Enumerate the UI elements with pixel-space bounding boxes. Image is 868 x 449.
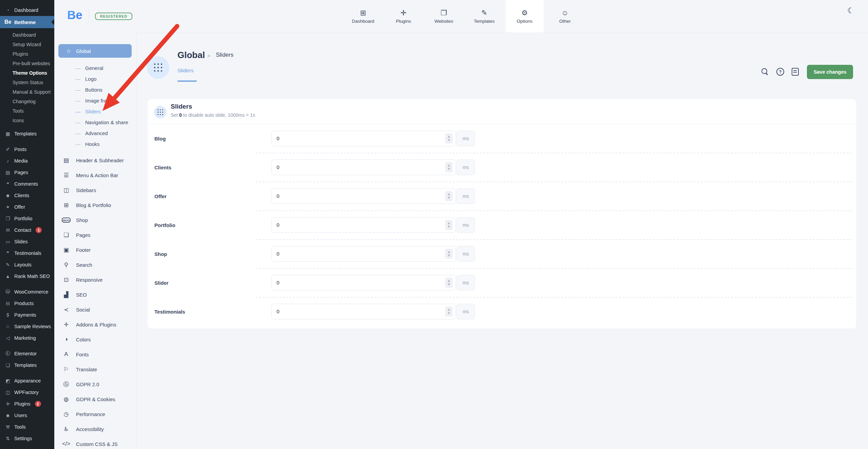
betheme-submenu-item[interactable]: Manual & Support	[0, 87, 54, 97]
betheme-submenu-item[interactable]: System Status	[0, 78, 54, 87]
theme-sub-item[interactable]: — General	[54, 62, 136, 73]
stepper-control[interactable]: ˄ ˅	[445, 191, 453, 201]
betheme-submenu-item[interactable]: Theme Options	[0, 68, 54, 78]
betheme-submenu-item[interactable]: Tools	[0, 106, 54, 116]
admin-item-clients[interactable]: ☻ Clients	[0, 190, 54, 201]
panel-drag-handle[interactable]	[154, 106, 167, 118]
admin-item-tools[interactable]: ⚒ Tools	[0, 421, 54, 433]
stepper-control[interactable]: ˄ ˅	[445, 278, 453, 288]
admin-item-rank-math-seo[interactable]: ▲ Rank Math SEO	[0, 270, 54, 282]
theme-item-header-subheader[interactable]: ▤ Header & Subheader	[54, 153, 136, 168]
admin-item-contact[interactable]: ✉ Contact 1	[0, 224, 54, 236]
theme-item-fonts[interactable]: A Fonts	[54, 347, 136, 362]
theme-sub-item[interactable]: — Sliders	[54, 106, 136, 117]
betheme-submenu-item[interactable]: Changelog	[0, 97, 54, 106]
admin-item-betheme[interactable]: Be Betheme	[0, 16, 54, 28]
theme-sub-item[interactable]: — Logo	[54, 73, 136, 84]
theme-item-addons-plugins[interactable]: ✛ Addons & Plugins	[54, 317, 136, 332]
admin-item-portfolio[interactable]: ❒ Portfolio	[0, 213, 54, 224]
stepper-control[interactable]: ˄ ˅	[445, 306, 453, 317]
notes-icon[interactable]	[792, 68, 799, 76]
admin-item-testimonials[interactable]: ❞ Testimonials	[0, 247, 54, 259]
nav-tab-templates[interactable]: ✎ Templates	[465, 0, 503, 33]
theme-item-shop[interactable]: WOO Shop	[54, 212, 136, 227]
number-input[interactable]	[271, 188, 456, 204]
theme-sub-item[interactable]: — Hooks	[54, 138, 136, 149]
theme-item-gdpr-2[interactable]: Ⓖ GDPR 2.0	[54, 377, 136, 392]
tab-sliders[interactable]: Sliders	[177, 68, 193, 74]
admin-item-payments[interactable]: $ Payments	[0, 309, 54, 321]
nav-tab-plugins[interactable]: ✛ Plugins	[384, 0, 422, 33]
betheme-submenu-item[interactable]: Pre-built websites	[0, 59, 54, 68]
admin-item-settings[interactable]: ⇅ Settings	[0, 433, 54, 444]
nav-tab-dashboard[interactable]: ⊞ Dashboard	[344, 0, 382, 33]
admin-item-products[interactable]: ⊟ Products	[0, 298, 54, 309]
admin-item-pages[interactable]: ▤ Pages	[0, 167, 54, 178]
theme-item-social[interactable]: ≺ Social	[54, 302, 136, 317]
theme-sub-item[interactable]: — Buttons	[54, 84, 136, 95]
betheme-logo-icon: Be	[4, 19, 11, 25]
theme-item-custom-css-js[interactable]: </> Custom CSS & JS	[54, 436, 136, 449]
help-icon[interactable]: ?	[776, 68, 784, 76]
accessibility-icon: ♿	[62, 426, 71, 433]
admin-item-appearance[interactable]: ◩ Appearance	[0, 375, 54, 387]
admin-item-plugins[interactable]: ✢ Plugins 2	[0, 398, 54, 410]
admin-item-templates-2[interactable]: ❏ Templates	[0, 359, 54, 371]
number-input[interactable]	[271, 160, 456, 175]
stepper-control[interactable]: ˄ ˅	[445, 162, 453, 172]
theme-sub-item[interactable]: — Navigation & share	[54, 117, 136, 128]
theme-item-pages[interactable]: ❏ Pages	[54, 227, 136, 242]
theme-item-sidebars[interactable]: ◫ Sidebars	[54, 183, 136, 198]
nav-tab-websites[interactable]: ❐ Websites	[425, 0, 463, 33]
unit-suffix: ms	[456, 217, 475, 233]
theme-item-blog-portfolio[interactable]: ⊞ Blog & Portfolio	[54, 198, 136, 212]
admin-item-wpfactory[interactable]: ◫ WPFactory	[0, 387, 54, 398]
admin-item-elementor[interactable]: Ⓔ Elementor	[0, 348, 54, 359]
number-input[interactable]	[271, 275, 456, 291]
theme-item-footer[interactable]: ▣ Footer	[54, 242, 136, 257]
save-changes-button[interactable]: Save changes	[807, 65, 853, 79]
submenu-item-label: Theme Options	[13, 70, 47, 76]
theme-item-global[interactable]: ☆ Global	[58, 44, 132, 58]
admin-item-offer[interactable]: ✦ Offer	[0, 201, 54, 213]
drag-handle-circle[interactable]	[147, 56, 169, 79]
theme-item-accessibility[interactable]: ♿ Accessibility	[54, 422, 136, 436]
theme-item-performance[interactable]: ◷ Performance	[54, 407, 136, 422]
admin-item-templates[interactable]: ▦ Templates	[0, 128, 54, 139]
theme-item-responsive[interactable]: ⊡ Responsive	[54, 272, 136, 287]
admin-item-layouts[interactable]: ✎ Layouts	[0, 259, 54, 270]
stepper-control[interactable]: ˄ ˅	[445, 220, 453, 230]
dark-mode-toggle-icon[interactable]: ☾	[847, 6, 854, 15]
betheme-submenu-item[interactable]: Dashboard	[0, 30, 54, 40]
theme-item-gdpr-cookies[interactable]: ◍ GDPR & Cookies	[54, 392, 136, 407]
admin-item-slides[interactable]: ▭ Slides	[0, 236, 54, 247]
stepper-control[interactable]: ˄ ˅	[445, 249, 453, 259]
betheme-submenu-item[interactable]: Icons	[0, 116, 54, 125]
admin-item-users[interactable]: ☻ Users	[0, 410, 54, 421]
theme-item-seo[interactable]: ▟ SEO	[54, 287, 136, 302]
nav-tab-other[interactable]: ☺ Other	[546, 0, 584, 33]
betheme-submenu-item[interactable]: Plugins	[0, 49, 54, 59]
theme-sub-item[interactable]: — Advanced	[54, 128, 136, 138]
theme-item-colors[interactable]: ◑ Colors	[54, 332, 136, 347]
admin-item-media[interactable]: ♪ Media	[0, 155, 54, 167]
theme-sub-item[interactable]: — Image frame	[54, 95, 136, 106]
betheme-submenu-item[interactable]: Setup Wizard	[0, 40, 54, 49]
admin-item-comments[interactable]: ❝ Comments	[0, 178, 54, 190]
admin-item-dashboard[interactable]: ◔ Dashboard	[0, 4, 54, 16]
admin-item-marketing[interactable]: ◁ Marketing	[0, 332, 54, 344]
number-input[interactable]	[271, 246, 456, 262]
admin-item-sample-reviews[interactable]: ☆ Sample Reviews	[0, 321, 54, 332]
admin-item-posts[interactable]: ✐ Posts	[0, 144, 54, 155]
search-icon[interactable]	[761, 68, 769, 76]
elementor-icon: Ⓔ	[4, 351, 11, 357]
stepper-control[interactable]: ˄ ˅	[445, 133, 453, 144]
theme-item-translate[interactable]: ⚐ Translate	[54, 362, 136, 377]
nav-tab-options[interactable]: ⚙ Options	[506, 0, 544, 33]
number-input[interactable]	[271, 217, 456, 233]
number-input[interactable]	[271, 131, 456, 146]
admin-item-woocommerce[interactable]: Ⓦ WooCommerce	[0, 286, 54, 298]
number-input[interactable]	[271, 304, 456, 319]
theme-item-search[interactable]: ⚲ Search	[54, 257, 136, 272]
theme-item-menu-action-bar[interactable]: ☰ Menu & Action Bar	[54, 168, 136, 183]
